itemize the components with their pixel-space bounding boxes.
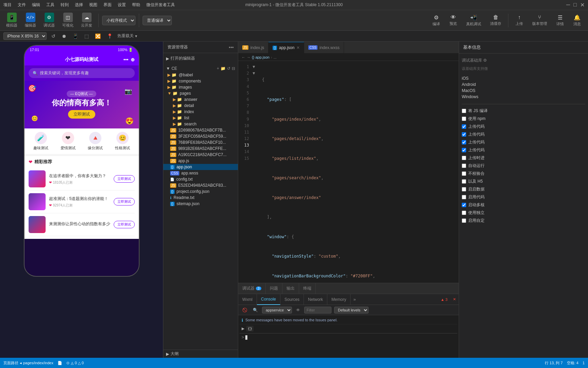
level-select[interactable]: Default levels (334, 307, 369, 313)
open-editors-header[interactable]: ▶ 打开的编辑器 (163, 55, 238, 62)
category-fate[interactable]: 🔺 缘分测试 (88, 132, 103, 151)
cloud-button[interactable]: ☁ 云开发 (78, 11, 95, 29)
upload-button[interactable]: ↑ 上传 (512, 13, 527, 28)
checkbox-validate-input[interactable] (462, 171, 466, 176)
menu-edit[interactable]: 编辑 (32, 2, 40, 8)
file-sitemap[interactable]: {} sitemap.json (163, 201, 238, 207)
console-object-row[interactable]: ▶ {} (240, 324, 457, 333)
file-config[interactable]: 📄 config.txt (163, 176, 238, 182)
menu-select[interactable]: 选择 (75, 2, 83, 8)
item-btn-0[interactable]: 立即测试 (114, 175, 135, 183)
maximize-button[interactable]: □ (573, 2, 577, 8)
folder-search[interactable]: ▶ 📁 search (163, 121, 238, 127)
debugger-button[interactable]: ⚙ 调试器 (41, 11, 58, 29)
collapse-icon[interactable]: ⊟ (232, 66, 235, 71)
debugger-tab-output[interactable]: 输出 (282, 283, 299, 294)
folder-pages[interactable]: ▼ 📁 pages (163, 90, 238, 96)
file-76b9[interactable]: JS 76B9FE638A52ABCF10... (163, 139, 238, 145)
console-cursor[interactable] (245, 335, 247, 340)
file-e52e[interactable]: JS E52ED4948A52ABCF83... (163, 182, 238, 188)
device-debug-button[interactable]: 📲 真机调试 (463, 13, 485, 28)
checkbox-js-input[interactable] (462, 109, 466, 113)
menu-goto[interactable]: 转到 (61, 2, 69, 8)
sub-tab-memory[interactable]: Memory (327, 294, 350, 305)
menu-help[interactable]: 帮助 (132, 2, 140, 8)
file-readme[interactable]: ℹ Readme.txt (163, 195, 238, 201)
checkbox-npm-input[interactable] (462, 117, 466, 121)
breadcrumb-nav-forward[interactable]: → (247, 55, 250, 59)
file-appwxss[interactable]: CSS app.wxss (163, 170, 238, 176)
notifications-button[interactable]: 🔔 消息 (570, 13, 585, 28)
mode-select[interactable]: 小程序模式 (102, 16, 135, 25)
file-appjs[interactable]: JS app.js (163, 158, 238, 164)
visual-button[interactable]: ◫ 可视化 (60, 11, 76, 29)
folder-index[interactable]: ▶ 📁 index (163, 109, 238, 115)
filter-toggle-button[interactable]: 🔍 (251, 307, 259, 313)
phone-view-button[interactable]: 📱 (71, 33, 80, 40)
breadcrumb-nav-back[interactable]: ← (242, 55, 245, 59)
folder-components[interactable]: ▶ 📁 components (163, 78, 238, 84)
close-button[interactable]: ✕ (580, 2, 585, 8)
checkbox-autorun-input[interactable] (462, 164, 466, 168)
hot-reload-dropdown[interactable]: 热重载关 ▾ (117, 33, 137, 39)
list-item-0[interactable]: 在追求者眼中，你有多大魅力？ ❤ 18105人已测 立即测试 (29, 168, 135, 190)
category-quiz[interactable]: 🧪 趣味测试 (33, 132, 48, 151)
item-btn-2[interactable]: 立即测试 (114, 221, 135, 228)
tab-appjson[interactable]: {} app.json ✕ (268, 42, 304, 53)
debugger-tab-issues[interactable]: 问题 (266, 283, 282, 294)
folder-babel[interactable]: ▶ 📁 @babel (163, 72, 238, 78)
debugger-tab-main[interactable]: 调试器 3 (238, 283, 266, 294)
sub-tab-wxml[interactable]: Wxml (238, 294, 257, 305)
tab-indexwxss[interactable]: CSS index.wxss (304, 42, 344, 53)
menu-settings[interactable]: 设置 (118, 2, 126, 8)
folder-images[interactable]: ▶ 📁 images (163, 84, 238, 90)
sub-tab-sources[interactable]: Sources (280, 294, 304, 305)
checkbox-upload4-input[interactable] (462, 148, 466, 152)
folder-list[interactable]: ▶ 📁 list (163, 115, 238, 121)
menu-interface[interactable]: 界面 (103, 2, 112, 8)
list-item-1[interactable]: 超准测试：5道题测出你的潜能！ ❤ 92974人已测 立即测试 (29, 190, 135, 213)
clear-console-button[interactable]: 🚫 (241, 307, 249, 313)
preview-button[interactable]: 👁 预览 (446, 13, 461, 28)
filter-input[interactable] (304, 307, 331, 313)
folder-answer[interactable]: ▶ 📁 answer (163, 96, 238, 103)
eye-icon[interactable]: 👁 (295, 307, 301, 313)
debugger-tab-terminal[interactable]: 终端 (299, 283, 316, 294)
editor-button[interactable]: </> 编辑器 (22, 11, 39, 29)
error-badge[interactable]: ✕ (450, 297, 459, 302)
menu-project[interactable]: 项目 (3, 2, 12, 8)
checkbox-multicore-input[interactable] (462, 203, 466, 207)
encoding-item[interactable]: 1 (583, 361, 585, 365)
checkbox-upload3-input[interactable] (462, 140, 466, 144)
file-projconfig[interactable]: {} project.config.json (163, 188, 238, 195)
file-appjson[interactable]: {} app.json (163, 164, 238, 170)
new-folder-icon[interactable]: 📁 (220, 66, 226, 71)
menu-file[interactable]: 文件 (18, 2, 26, 8)
file-9891[interactable]: JS 9891B2E68A52ABCFFE... (163, 145, 238, 152)
reload-button[interactable]: ↺ (50, 33, 57, 40)
context-select[interactable]: appservice (262, 307, 292, 313)
list-item-2[interactable]: 来测测你让异性心动的指数有多少 立即测试 (29, 213, 135, 236)
menu-tools[interactable]: 工具 (46, 2, 54, 8)
ce-section-header[interactable]: ▼ CE + 📁 ↺ ⊟ (163, 65, 238, 72)
more-tabs-button[interactable]: » (350, 297, 358, 302)
code-content[interactable]: { "pages": [ "pages/index/index", "pages… (259, 61, 459, 283)
device-select[interactable]: iPhone X 85% 16 (3, 32, 47, 40)
app-more-icon[interactable]: ••• (124, 57, 129, 62)
compile-button[interactable]: ⚙ 编译 (429, 13, 444, 28)
checkbox-code-input[interactable] (462, 195, 466, 199)
checkbox-uploadtime-input[interactable] (462, 156, 466, 160)
page-path-item[interactable]: 页面路径 ◂ pages/index/index (3, 361, 53, 366)
compile-select[interactable]: 普通编译 (143, 16, 172, 25)
banner-button[interactable]: 立即测试 (68, 110, 95, 119)
details-button[interactable]: ☰ 详情 (553, 13, 568, 28)
tab-indexjs[interactable]: JS index.js (238, 42, 268, 53)
outline-header[interactable]: ▶ 大纲 (163, 350, 238, 358)
category-personality[interactable]: 😊 性格测试 (115, 132, 130, 151)
interact-button[interactable]: 🔀 (94, 33, 102, 40)
folder-detail[interactable]: ▶ 📁 detail (163, 103, 238, 109)
version-button[interactable]: ⑂ 版本管理 (529, 13, 551, 28)
file-3f2e[interactable]: JS 3F2EFC058A52ABCF59... (163, 133, 238, 139)
explorer-more-icon[interactable]: ••• (229, 45, 234, 50)
minimize-button[interactable]: ─ (566, 2, 570, 8)
